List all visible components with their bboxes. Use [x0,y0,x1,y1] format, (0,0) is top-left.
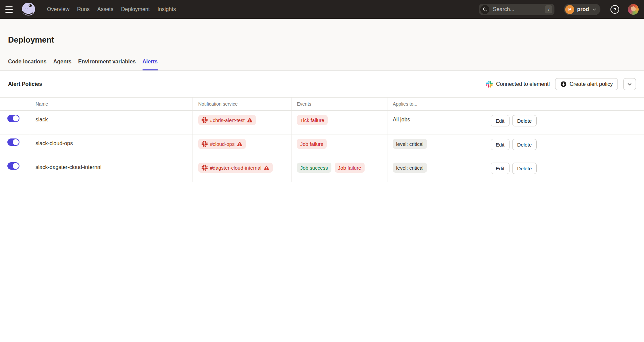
page-title: Deployment [8,19,636,45]
delete-button[interactable]: Delete [512,115,537,126]
event-badge: Job success [297,163,331,173]
create-policy-dropdown-button[interactable] [623,78,636,90]
actions-cell: Edit Delete [486,134,644,158]
applies-to-value: All jobs [393,117,410,123]
tab-agents[interactable]: Agents [53,58,71,70]
hamburger-menu-icon[interactable] [5,4,15,14]
slack-icon [202,141,208,147]
slack-icon [202,117,208,123]
nav-item-deployment[interactable]: Deployment [121,0,150,19]
channel-name: #cloud-ops [210,141,234,147]
column-header-applies-to: Applies to... [387,98,486,110]
actions-cell: Edit Delete [486,158,644,182]
chevron-down-icon [592,7,597,12]
event-badge: Job failure [297,139,327,149]
channel-name: #chris-alert-test [210,117,245,123]
actions-cell: Edit Delete [486,111,644,134]
policy-enabled-toggle[interactable] [7,138,19,146]
edit-button[interactable]: Edit [491,163,509,174]
event-badge: Job failure [335,163,365,173]
edit-button[interactable]: Edit [491,115,509,126]
applies-to-cell: All jobs [387,111,486,134]
plus-circle-icon [560,81,567,88]
events-cell: Tick failure [291,111,387,134]
search-placeholder: Search... [493,6,545,12]
alert-policies-toolbar: Alert Policies Connected to elementl Cre… [0,71,644,97]
nav-item-runs[interactable]: Runs [77,0,90,19]
section-title: Alert Policies [8,81,42,87]
warning-icon [237,141,243,147]
dagster-logo[interactable] [21,2,36,17]
notification-badge: #chris-alert-test [198,115,256,125]
slack-icon [202,165,208,171]
events-cell: Job success Job failure [291,158,387,182]
policy-enabled-toggle[interactable] [7,115,19,122]
top-navbar: Overview Runs Assets Deployment Insights… [0,0,644,19]
create-alert-policy-button[interactable]: Create alert policy [555,78,618,90]
events-cell: Job failure [291,134,387,158]
delete-button[interactable]: Delete [512,139,537,150]
search-icon [480,5,489,14]
event-badge: Tick failure [297,115,328,125]
alert-policies-table: Name Notification service Events Applies… [0,97,644,182]
policy-name: slack [36,117,48,123]
search-input[interactable]: Search... / [479,4,554,15]
toolbar-actions: Connected to elementl Create alert polic… [486,78,636,90]
page-header: Deployment Code locations Agents Environ… [0,19,644,71]
question-mark-icon: ? [613,7,616,12]
name-cell: slack-dagster-cloud-internal [30,158,193,182]
toggle-cell [0,111,30,134]
connected-text: Connected to elementl [496,81,550,87]
toggle-cell [0,158,30,182]
nav-item-insights[interactable]: Insights [157,0,176,19]
warning-icon [264,165,269,171]
edit-button[interactable]: Edit [491,139,509,150]
table-row: slack-cloud-ops #cloud-ops Job failure l… [0,134,644,158]
notification-cell: #dagster-cloud-internal [193,158,291,182]
nav-item-overview[interactable]: Overview [47,0,69,19]
table-row: slack #chris-alert-test Tick failure All… [0,111,644,134]
applies-to-cell: level: critical [387,134,486,158]
help-button[interactable]: ? [610,5,619,14]
tab-alerts[interactable]: Alerts [143,58,158,70]
policy-name: slack-dagster-cloud-internal [36,164,102,170]
delete-button[interactable]: Delete [512,163,537,174]
tab-code-locations[interactable]: Code locations [8,58,47,70]
deployment-tabs: Code locations Agents Environment variab… [8,58,636,70]
deployment-initial-badge: P [565,5,574,14]
name-cell: slack [30,111,193,134]
primary-nav: Overview Runs Assets Deployment Insights [47,0,176,19]
navbar-right: Search... / P prod ? [479,4,639,15]
table-row: slack-dagster-cloud-internal #dagster-cl… [0,158,644,182]
notification-cell: #chris-alert-test [193,111,291,134]
applies-to-badge: level: critical [393,163,427,173]
warning-icon [247,117,253,123]
tab-environment-variables[interactable]: Environment variables [78,58,136,70]
search-shortcut-key: / [545,5,552,13]
table-header-row: Name Notification service Events Applies… [0,97,644,111]
empty-content-area [0,182,644,342]
nav-item-assets[interactable]: Assets [97,0,113,19]
deployment-name: prod [577,6,589,12]
applies-to-cell: level: critical [387,158,486,182]
policy-enabled-toggle[interactable] [7,162,19,170]
slack-icon [486,81,493,88]
slack-connection-status: Connected to elementl [486,81,550,88]
create-alert-policy-label: Create alert policy [570,81,613,87]
column-header-notification: Notification service [193,98,291,110]
header-toggle-column [0,98,30,110]
header-actions-column [486,98,644,110]
column-header-name: Name [30,98,193,110]
user-avatar[interactable] [628,4,639,15]
channel-name: #dagster-cloud-internal [210,165,261,171]
notification-cell: #cloud-ops [193,134,291,158]
applies-to-badge: level: critical [393,139,427,149]
toggle-cell [0,134,30,158]
column-header-events: Events [291,98,387,110]
deployment-switcher[interactable]: P prod [564,4,600,15]
name-cell: slack-cloud-ops [30,134,193,158]
policy-name: slack-cloud-ops [36,140,73,147]
chevron-down-icon [627,81,633,87]
notification-badge: #dagster-cloud-internal [198,163,273,173]
notification-badge: #cloud-ops [198,139,246,149]
